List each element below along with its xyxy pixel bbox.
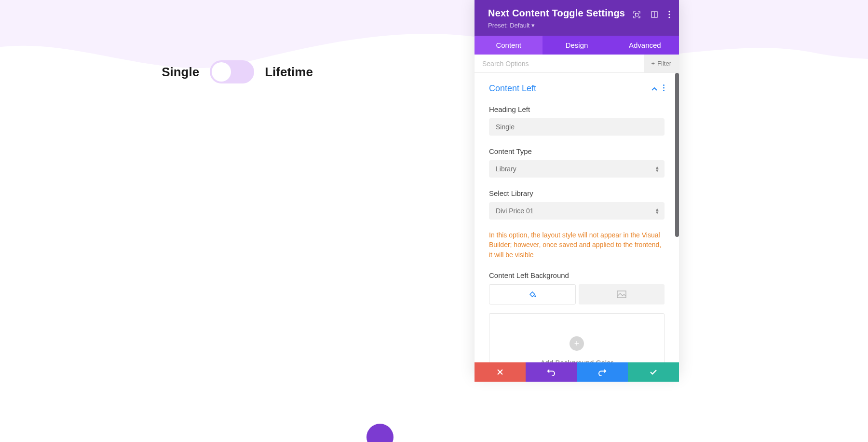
svg-point-9	[534, 295, 536, 297]
image-icon	[617, 290, 626, 298]
toggle-switch[interactable]	[210, 60, 254, 83]
svg-rect-10	[617, 291, 626, 298]
filter-button[interactable]: + Filter	[644, 55, 679, 72]
section-content-left: Content Left Heading Left Con	[475, 73, 679, 377]
toggle-knob	[212, 62, 231, 82]
toggle-label-right: Lifetime	[265, 65, 313, 80]
svg-point-4	[668, 14, 670, 15]
select-library-label: Select Library	[489, 189, 665, 197]
select-library-select[interactable]: Divi Price 01	[489, 202, 665, 220]
content-toggle-module: Single Lifetime	[0, 60, 475, 83]
section-more-icon[interactable]	[663, 84, 665, 93]
bg-tab-image[interactable]	[579, 284, 665, 304]
chevron-down-icon: ▾	[531, 22, 535, 29]
field-select-library: Select Library Divi Price 01 ▴▾	[489, 189, 665, 220]
svg-point-8	[663, 90, 665, 91]
content-type-label: Content Type	[489, 147, 665, 155]
field-heading-left: Heading Left	[489, 105, 665, 136]
preset-selector[interactable]: Preset: Default ▾	[488, 22, 669, 29]
settings-panel: Next Content Toggle Settings Preset: Def…	[475, 0, 679, 377]
content-type-select[interactable]: Library	[489, 160, 665, 178]
plus-icon: +	[651, 60, 655, 67]
svg-rect-0	[636, 13, 638, 16]
footer-actions	[475, 362, 679, 382]
add-background-button[interactable]: +	[570, 336, 584, 351]
panel-body: Content Left Heading Left Con	[475, 73, 679, 377]
paint-bucket-icon	[528, 290, 537, 299]
heading-left-label: Heading Left	[489, 105, 665, 113]
undo-button[interactable]	[526, 362, 577, 382]
settings-tabs: Content Design Advanced	[475, 36, 679, 55]
cancel-button[interactable]	[475, 362, 526, 382]
field-background: Content Left Background	[489, 271, 665, 377]
builder-fab[interactable]	[366, 424, 393, 442]
more-icon[interactable]	[668, 11, 670, 18]
tab-design[interactable]: Design	[542, 36, 610, 55]
bg-tab-color[interactable]	[489, 284, 576, 304]
check-icon	[650, 369, 657, 375]
preset-label: Preset:	[488, 22, 508, 29]
snap-icon[interactable]	[633, 11, 640, 18]
warning-text: In this option, the layout style will no…	[489, 230, 665, 260]
section-title: Content Left	[489, 83, 536, 94]
search-input[interactable]	[475, 60, 644, 68]
canvas: Single Lifetime	[0, 0, 868, 442]
svg-point-3	[668, 11, 670, 12]
field-content-type: Content Type Library ▴▾	[489, 147, 665, 178]
svg-point-7	[663, 87, 665, 88]
filter-label: Filter	[657, 60, 671, 67]
svg-point-5	[668, 16, 670, 18]
chevron-up-icon[interactable]	[651, 84, 657, 93]
undo-icon	[547, 368, 556, 376]
redo-icon	[598, 368, 607, 376]
scrollbar[interactable]	[675, 73, 679, 237]
toggle-label-left: Single	[162, 65, 199, 80]
close-icon	[497, 369, 503, 375]
save-button[interactable]	[628, 362, 679, 382]
svg-point-6	[663, 84, 665, 86]
search-row: + Filter	[475, 55, 679, 73]
background-label: Content Left Background	[489, 271, 665, 279]
panel-header: Next Content Toggle Settings Preset: Def…	[475, 0, 679, 36]
tab-advanced[interactable]: Advanced	[611, 36, 679, 55]
section-header[interactable]: Content Left	[489, 83, 665, 94]
tab-content[interactable]: Content	[475, 36, 542, 55]
expand-icon[interactable]	[651, 11, 658, 18]
preset-value: Default	[510, 22, 529, 29]
redo-button[interactable]	[577, 362, 628, 382]
heading-left-input[interactable]	[489, 118, 665, 136]
